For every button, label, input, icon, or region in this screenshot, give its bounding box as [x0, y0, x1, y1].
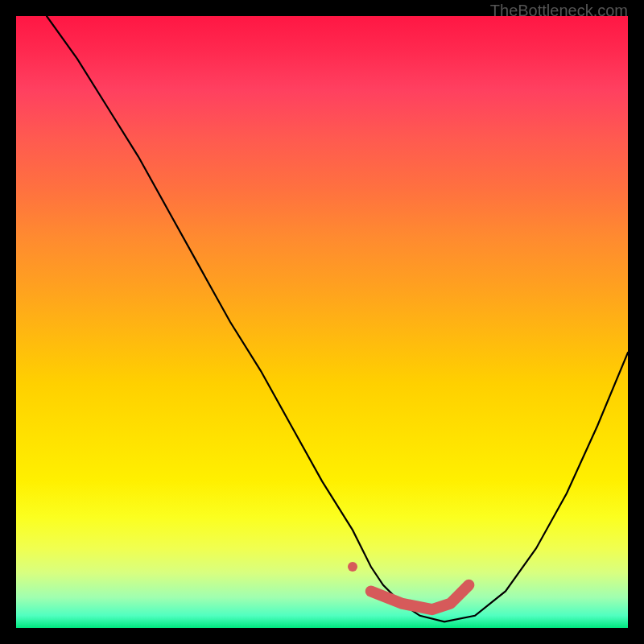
- svg-point-0: [348, 562, 357, 572]
- optimal-marker-group: [348, 562, 469, 609]
- bottleneck-curve-line: [47, 16, 628, 621]
- watermark-label: TheBottleneck.com: [490, 2, 628, 20]
- chart-container: TheBottleneck.com: [0, 0, 644, 644]
- chart-svg: [16, 16, 628, 628]
